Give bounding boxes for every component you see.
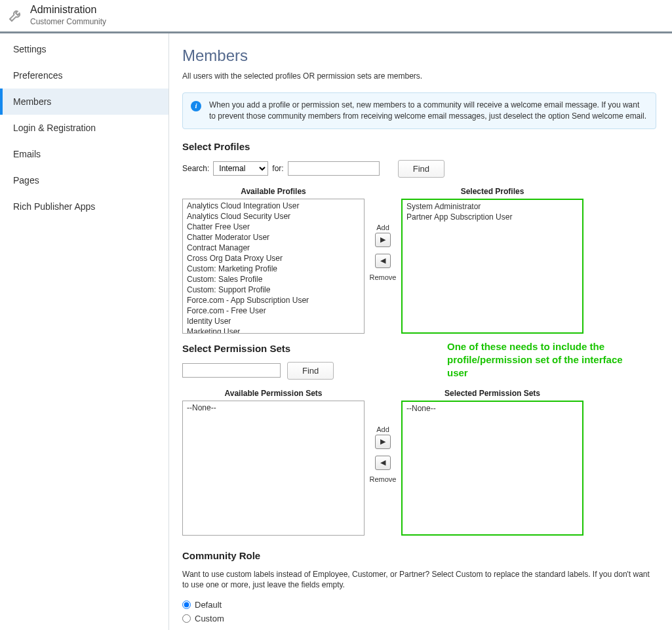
role-custom-option[interactable]: Custom — [182, 614, 656, 623]
list-item[interactable]: Analytics Cloud Integration User — [183, 201, 364, 211]
list-item[interactable]: Identity User — [183, 316, 364, 326]
add-permset-label: Add — [376, 425, 389, 433]
page-description: All users with the selected profiles OR … — [182, 71, 656, 81]
for-label: for: — [272, 164, 283, 173]
sidebar-item-members[interactable]: Members — [0, 89, 168, 115]
info-banner: i When you add a profile or permission s… — [182, 92, 656, 129]
list-item[interactable]: Chatter Moderator User — [183, 232, 364, 243]
list-item[interactable]: Custom: Sales Profile — [183, 274, 364, 285]
remove-permset-label: Remove — [370, 475, 397, 483]
search-label: Search: — [182, 164, 209, 173]
role-default-radio[interactable] — [182, 600, 191, 609]
selected-profiles-listbox[interactable]: System AdministratorPartner App Subscrip… — [401, 199, 583, 334]
sidebar-item-preferences[interactable]: Preferences — [0, 62, 168, 89]
list-item[interactable]: Chatter Free User — [183, 222, 364, 232]
selected-permsets-listbox[interactable]: --None-- — [401, 401, 583, 536]
header-subtitle: Customer Community — [30, 17, 106, 26]
list-item[interactable]: Force.com - App Subscription User — [183, 295, 364, 305]
permsets-search-input[interactable] — [182, 363, 281, 378]
list-item[interactable]: Force.com - Free User — [183, 305, 364, 316]
app-header: Administration Customer Community — [0, 0, 672, 31]
add-profile-button[interactable]: ▶ — [375, 233, 391, 247]
search-type-select[interactable]: Internal — [213, 161, 268, 176]
sidebar-item-rich-publisher-apps[interactable]: Rich Publisher Apps — [0, 193, 168, 220]
remove-permset-button[interactable]: ◀ — [375, 456, 391, 470]
sidebar: Settings Preferences Members Login & Reg… — [0, 33, 169, 630]
role-default-option[interactable]: Default — [182, 600, 656, 610]
role-description: Want to use custom labels instead of Emp… — [182, 569, 656, 591]
list-item[interactable]: Cross Org Data Proxy User — [183, 253, 364, 264]
sidebar-item-pages[interactable]: Pages — [0, 167, 168, 193]
info-text: When you add a profile or permission set… — [209, 100, 646, 121]
permsets-dual-list: Available Permission Sets --None-- Add ▶… — [182, 389, 656, 536]
find-permsets-button[interactable]: Find — [287, 362, 334, 380]
add-label: Add — [376, 224, 389, 231]
list-item[interactable]: Custom: Support Profile — [183, 285, 364, 295]
sidebar-item-emails[interactable]: Emails — [0, 141, 168, 167]
list-item[interactable]: --None-- — [183, 403, 364, 413]
available-profiles-listbox[interactable]: Analytics Cloud Integration UserAnalytic… — [182, 199, 365, 334]
available-profiles-header: Available Profiles — [182, 187, 365, 199]
available-permsets-listbox[interactable]: --None-- — [182, 401, 365, 536]
header-title: Administration — [30, 4, 106, 16]
selected-permsets-header: Selected Permission Sets — [401, 389, 583, 401]
add-permset-button[interactable]: ▶ — [375, 435, 391, 449]
annotation-text: One of these needs to include the profil… — [447, 340, 644, 380]
list-item[interactable]: System Administrator — [403, 201, 582, 212]
page-title: Members — [182, 47, 656, 65]
permsets-section-title: Select Permission Sets — [182, 343, 401, 354]
role-section-title: Community Role — [182, 550, 656, 561]
sidebar-item-login-registration[interactable]: Login & Registration — [0, 115, 168, 141]
info-icon: i — [191, 101, 201, 111]
main-content: Members All users with the selected prof… — [169, 33, 672, 630]
list-item[interactable]: Contract Manager — [183, 243, 364, 253]
list-item[interactable]: Analytics Cloud Security User — [183, 211, 364, 222]
sidebar-item-settings[interactable]: Settings — [0, 36, 168, 62]
remove-label: Remove — [370, 273, 397, 281]
profiles-search-row: Search: Internal for: Find — [182, 160, 656, 178]
list-item[interactable]: Partner App Subscription User — [403, 212, 582, 222]
remove-profile-button[interactable]: ◀ — [375, 254, 391, 268]
list-item[interactable]: --None-- — [403, 403, 582, 414]
role-custom-radio[interactable] — [182, 614, 191, 623]
profiles-section-title: Select Profiles — [182, 141, 656, 152]
selected-profiles-header: Selected Profiles — [401, 187, 583, 199]
list-item[interactable]: Custom: Marketing Profile — [183, 264, 364, 274]
search-for-input[interactable] — [288, 161, 380, 176]
available-permsets-header: Available Permission Sets — [182, 389, 365, 401]
find-profiles-button[interactable]: Find — [398, 160, 445, 178]
wrench-icon — [7, 6, 25, 24]
profiles-dual-list: Available Profiles Analytics Cloud Integ… — [182, 187, 656, 334]
list-item[interactable]: Marketing User — [183, 326, 364, 334]
